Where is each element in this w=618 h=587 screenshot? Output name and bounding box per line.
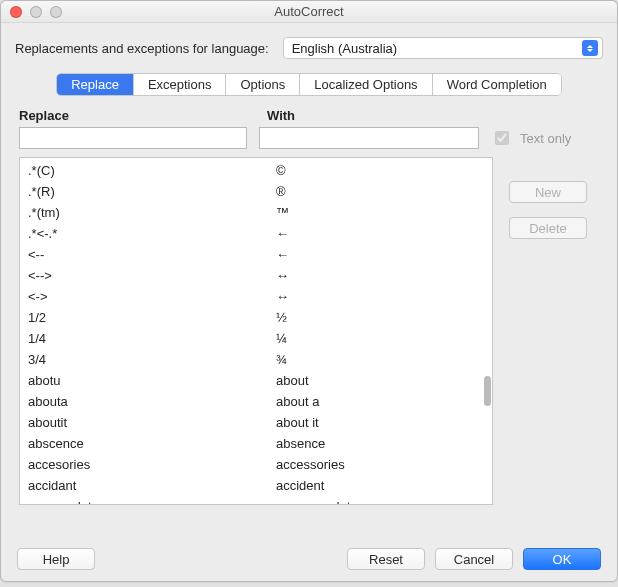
- column-header-replace: Replace: [19, 108, 267, 123]
- cell-from: .*(C): [28, 161, 276, 180]
- replace-input[interactable]: [19, 127, 247, 149]
- cell-from: .*<-.*: [28, 224, 276, 243]
- cell-from: <--: [28, 245, 276, 264]
- with-input[interactable]: [259, 127, 479, 149]
- cell-to: ↔: [276, 266, 484, 285]
- table-row[interactable]: 1/4¼: [20, 328, 492, 349]
- replacements-list[interactable]: .*(C)©.*(R)®.*(tm)™.*<-.*←<--←<-->↔<->↔1…: [19, 157, 493, 505]
- cell-from: 1/2: [28, 308, 276, 327]
- new-button[interactable]: New: [509, 181, 587, 203]
- table-row[interactable]: .*(C)©: [20, 160, 492, 181]
- cell-to: absence: [276, 434, 484, 453]
- ok-button[interactable]: OK: [523, 548, 601, 570]
- cell-to: ½: [276, 308, 484, 327]
- table-row[interactable]: accidantaccident: [20, 475, 492, 496]
- cell-to: ←: [276, 224, 484, 243]
- titlebar: AutoCorrect: [1, 1, 617, 23]
- close-icon[interactable]: [10, 6, 22, 18]
- table-row[interactable]: abscenceabsence: [20, 433, 492, 454]
- table-row[interactable]: abotuabout: [20, 370, 492, 391]
- language-label: Replacements and exceptions for language…: [15, 41, 269, 56]
- language-select[interactable]: English (Australia): [283, 37, 603, 59]
- cell-to: ©: [276, 161, 484, 180]
- cell-to: about a: [276, 392, 484, 411]
- table-row[interactable]: 1/2½: [20, 307, 492, 328]
- cell-to: about: [276, 371, 484, 390]
- cell-from: abotu: [28, 371, 276, 390]
- table-row[interactable]: <->↔: [20, 286, 492, 307]
- tab-exceptions[interactable]: Exceptions: [134, 74, 227, 95]
- cell-from: <->: [28, 287, 276, 306]
- cell-from: .*(tm): [28, 203, 276, 222]
- help-button[interactable]: Help: [17, 548, 95, 570]
- cell-from: abscence: [28, 434, 276, 453]
- zoom-icon: [50, 6, 62, 18]
- minimize-icon: [30, 6, 42, 18]
- tab-localized-options[interactable]: Localized Options: [300, 74, 432, 95]
- cell-from: accesories: [28, 455, 276, 474]
- cell-from: 3/4: [28, 350, 276, 369]
- column-header-with: With: [267, 108, 599, 123]
- table-row[interactable]: .*(R)®: [20, 181, 492, 202]
- text-only-label: Text only: [491, 128, 599, 148]
- autocorrect-window: AutoCorrect Replacements and exceptions …: [0, 0, 618, 582]
- cell-to: accessories: [276, 455, 484, 474]
- language-value: English (Australia): [292, 41, 398, 56]
- table-row[interactable]: accomodateaccommodate: [20, 496, 492, 505]
- tab-bar: ReplaceExceptionsOptionsLocalized Option…: [56, 73, 562, 96]
- cell-to: about it: [276, 413, 484, 432]
- tab-word-completion[interactable]: Word Completion: [433, 74, 561, 95]
- cell-to: accommodate: [276, 497, 484, 505]
- cell-from: abouta: [28, 392, 276, 411]
- table-row[interactable]: <--←: [20, 244, 492, 265]
- cell-from: 1/4: [28, 329, 276, 348]
- cell-to: ¾: [276, 350, 484, 369]
- cell-to: ↔: [276, 287, 484, 306]
- cancel-button[interactable]: Cancel: [435, 548, 513, 570]
- cell-to: ¼: [276, 329, 484, 348]
- cell-to: ®: [276, 182, 484, 201]
- cell-from: accidant: [28, 476, 276, 495]
- cell-to: ™: [276, 203, 484, 222]
- table-row[interactable]: aboutitabout it: [20, 412, 492, 433]
- table-row[interactable]: <-->↔: [20, 265, 492, 286]
- table-row[interactable]: aboutaabout a: [20, 391, 492, 412]
- text-only-checkbox: [495, 131, 509, 145]
- window-title: AutoCorrect: [1, 4, 617, 19]
- dialog-footer: Help Reset Cancel OK: [1, 537, 617, 581]
- scrollbar-thumb[interactable]: [484, 376, 491, 406]
- chevron-updown-icon: [582, 40, 598, 56]
- cell-to: accident: [276, 476, 484, 495]
- tab-replace[interactable]: Replace: [57, 74, 134, 95]
- cell-from: accomodate: [28, 497, 276, 505]
- reset-button[interactable]: Reset: [347, 548, 425, 570]
- table-row[interactable]: 3/4¾: [20, 349, 492, 370]
- cell-from: aboutit: [28, 413, 276, 432]
- table-row[interactable]: accesoriesaccessories: [20, 454, 492, 475]
- tab-options[interactable]: Options: [226, 74, 300, 95]
- cell-to: ←: [276, 245, 484, 264]
- table-row[interactable]: .*<-.*←: [20, 223, 492, 244]
- cell-from: .*(R): [28, 182, 276, 201]
- table-row[interactable]: .*(tm)™: [20, 202, 492, 223]
- window-controls: [1, 6, 62, 18]
- cell-from: <-->: [28, 266, 276, 285]
- delete-button[interactable]: Delete: [509, 217, 587, 239]
